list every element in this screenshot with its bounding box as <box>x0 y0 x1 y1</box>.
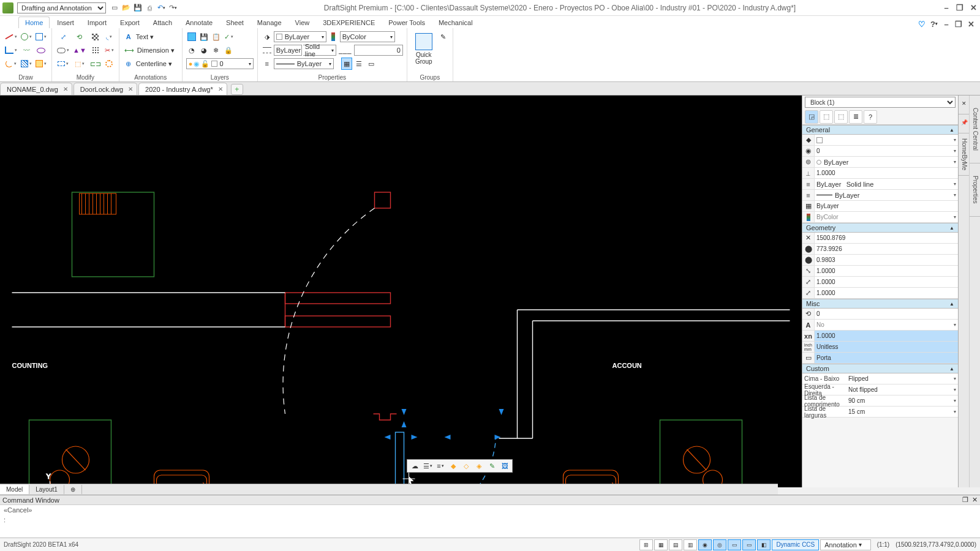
prop-lineweight[interactable]: ByLayer <box>815 190 958 200</box>
ribbon-tab-export[interactable]: Export <box>114 17 146 28</box>
mdi-close-icon[interactable]: ✕ <box>969 4 978 12</box>
prop-plot2[interactable]: ByColor <box>815 212 958 222</box>
ribbon-tab-power tools[interactable]: Power Tools <box>382 17 431 28</box>
modify-explode-button[interactable] <box>104 58 115 70</box>
prop-list-button[interactable]: ☰ <box>353 58 364 70</box>
doc-tab-0[interactable]: NONAME_0.dwg✕ <box>0 83 72 95</box>
centerline-button[interactable]: ⊕ <box>123 58 134 70</box>
props-entity-selector[interactable]: Block (1) <box>805 97 956 108</box>
linestyle-right[interactable]: Solid line▾ <box>303 45 336 56</box>
props-tb4[interactable]: ≣ <box>849 110 862 124</box>
cmdwin-close-icon[interactable]: ✕ <box>972 496 978 504</box>
sidetab-content[interactable]: Content Central <box>970 96 980 163</box>
prop-layer[interactable]: 0 <box>815 146 958 156</box>
ctx-list1-icon[interactable]: ☰▾ <box>421 460 434 471</box>
ribbon-tab-attach[interactable]: Attach <box>147 17 178 28</box>
draw-region-button[interactable]: ▾ <box>34 58 48 70</box>
sb-polar[interactable]: ▥ <box>684 539 697 550</box>
modify-mirror-button[interactable]: ▲▼ <box>72 44 88 56</box>
layer-states-button[interactable]: ✓▾ <box>223 31 235 43</box>
prop-linetype[interactable]: ByLayer <box>815 157 958 167</box>
app-close-icon[interactable]: ✕ <box>967 20 975 28</box>
modify-fillet-button[interactable]: ◟▾ <box>104 31 115 43</box>
add-layout-tab[interactable]: ⊕ <box>64 485 82 494</box>
sidetab-properties[interactable]: Properties <box>970 163 980 217</box>
app-minimize-icon[interactable]: – <box>942 20 951 28</box>
prop-anno[interactable]: No <box>815 320 958 330</box>
layer-off-button[interactable]: ◔ <box>186 44 197 56</box>
drawing-canvas[interactable]: COUNTING ACCOUN <box>0 96 802 487</box>
prop-linestyle[interactable]: ByLayer Solid line <box>815 179 958 189</box>
props-help[interactable]: ? <box>864 110 877 124</box>
numeric-prop[interactable]: 0 <box>354 45 403 56</box>
prop-name[interactable]: Porta <box>815 353 958 363</box>
prop-color[interactable] <box>815 135 958 145</box>
props-tb3[interactable]: ⬚ <box>834 110 848 124</box>
prop-esq[interactable]: Not flipped <box>846 385 958 395</box>
panel-pin-icon[interactable]: 📌 <box>959 114 969 133</box>
ctx-layer1-icon[interactable]: ◆ <box>447 460 459 471</box>
layout1-tab[interactable]: Layout1 <box>29 485 64 494</box>
model-tab[interactable]: Model <box>0 485 29 494</box>
sb-lwt[interactable]: ▭ <box>728 539 741 550</box>
prop-slider-icon[interactable]: ⎯⎯⎯ <box>337 44 353 56</box>
prop-ltscale[interactable]: 1.0000 <box>815 168 958 178</box>
prop-y[interactable]: 773.9926 <box>815 244 958 254</box>
props-section-custom[interactable]: Custom▲ <box>802 364 958 373</box>
modify-stretch-button[interactable]: ▾ <box>56 58 70 70</box>
draw-circle-button[interactable]: ▾ <box>20 31 33 43</box>
prop-plot[interactable]: ByLayer <box>815 201 958 211</box>
layer-iso-button[interactable]: ◕ <box>198 44 209 56</box>
prop-sheet-button[interactable]: ▭ <box>366 58 377 70</box>
sb-dynamic-ccs[interactable]: Dynamic CCS <box>772 539 819 550</box>
doc-tab-1[interactable]: DoorLock.dwg✕ <box>74 83 137 95</box>
ctx-edit-icon[interactable]: ✎ <box>486 460 498 471</box>
modify-move-button[interactable]: ⤢ <box>56 31 70 43</box>
modify-rotate-button[interactable]: ⟲ <box>72 31 88 43</box>
prop-sx[interactable]: 1.0000 <box>815 266 958 276</box>
sb-grid[interactable]: ▦ <box>654 539 668 550</box>
ribbon-tab-mechanical[interactable]: Mechanical <box>432 17 479 28</box>
group-edit-button[interactable]: ✎ <box>438 31 449 43</box>
qat-redo-icon[interactable]: ↷▾ <box>168 3 178 13</box>
panel-close-icon[interactable]: ✕ <box>959 96 969 114</box>
draw-arc-button[interactable]: ▾ <box>4 58 18 70</box>
ctx-img-icon[interactable]: 🖼 <box>499 460 511 471</box>
color-selector[interactable]: ByLayer▾ <box>274 31 326 42</box>
layer-freeze-button[interactable]: ❄ <box>211 44 222 56</box>
draw-polyline-button[interactable]: ▾ <box>4 44 18 56</box>
draw-line-button[interactable]: ▾ <box>4 31 18 43</box>
block-color-selector[interactable]: ByColor▾ <box>340 31 395 42</box>
modify-trim-button[interactable] <box>89 31 102 43</box>
mdi-restore-icon[interactable]: ❐ <box>956 4 964 12</box>
close-icon[interactable]: ✕ <box>128 86 133 92</box>
prop-panel-toggle[interactable]: ▦ <box>341 58 352 70</box>
props-section-misc[interactable]: Misc▲ <box>802 299 958 309</box>
draw-ellipse-button[interactable] <box>34 44 48 56</box>
prop-xn[interactable]: 1.0000 <box>815 331 958 341</box>
props-section-geometry[interactable]: Geometry▲ <box>802 223 958 233</box>
close-icon[interactable]: ✕ <box>218 86 223 92</box>
doc-tab-2[interactable]: 2020 - Industry A.dwg*✕ <box>138 83 227 95</box>
text-button[interactable]: A <box>123 31 134 43</box>
layer-prev-button[interactable]: 💾 <box>198 31 209 43</box>
modify-scale-button[interactable]: ⬚▾ <box>72 58 88 70</box>
layer-lock-button[interactable]: 🔒 <box>223 44 234 56</box>
ribbon-tab-annotate[interactable]: Annotate <box>179 17 219 28</box>
ribbon-tab-import[interactable]: Import <box>81 17 113 28</box>
props-tb1[interactable]: ◲ <box>805 110 818 124</box>
cmdwin-restore-icon[interactable]: ❐ <box>962 496 968 504</box>
draw-spline-button[interactable]: 〰 <box>20 44 33 56</box>
sb-ann[interactable]: ◧ <box>757 539 771 550</box>
ribbon-tab-insert[interactable]: Insert <box>51 17 80 28</box>
draw-hatch-button[interactable]: ▾ <box>20 58 33 70</box>
prop-larg[interactable]: 15 cm <box>846 407 958 417</box>
qat-save-icon[interactable]: 💾 <box>133 3 143 13</box>
close-icon[interactable]: ✕ <box>63 86 68 92</box>
sb-qinput[interactable]: ▭ <box>742 539 756 550</box>
sb-ortho[interactable]: ▤ <box>669 539 682 550</box>
draw-rect-button[interactable]: ▾ <box>34 31 48 43</box>
ribbon-tab-home[interactable]: Home <box>18 17 50 28</box>
sidetab-homebyme[interactable]: HomeByMe <box>959 133 969 176</box>
workspace-selector[interactable]: Drafting and Annotation <box>17 2 106 13</box>
